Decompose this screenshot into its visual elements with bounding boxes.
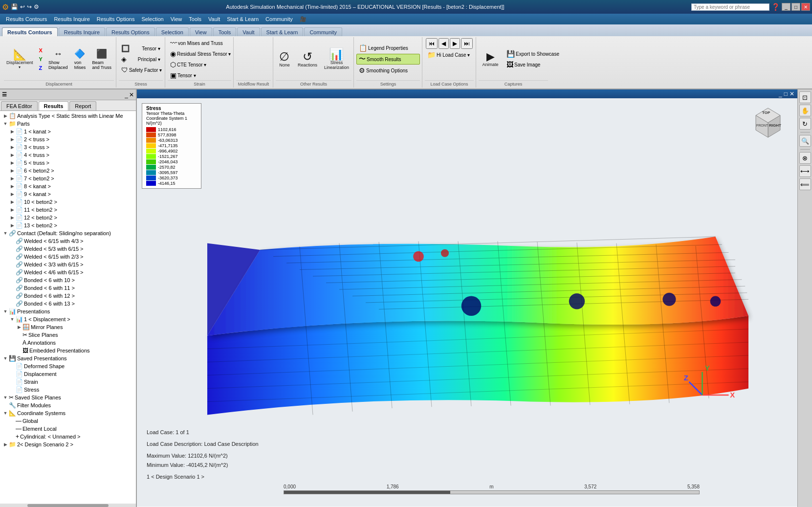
panel-collapse-button[interactable]: _ [125, 91, 128, 98]
von-mises-strain-button[interactable]: 〰 von Mises and Truss [168, 38, 231, 48]
last-loadcase-button[interactable]: ⏭ [461, 38, 473, 49]
menu-results-contours[interactable]: Results Contours [3, 15, 50, 23]
tree-item[interactable]: 📄Strain [1, 378, 135, 386]
tree-item[interactable]: ▶📄2 < truss > [1, 135, 135, 143]
reactions-button[interactable]: ↺ Reactions [295, 49, 320, 69]
tree-item[interactable]: 📄Displacement [1, 370, 135, 378]
rotate-button[interactable]: ↻ [799, 118, 811, 130]
tree-item[interactable]: 🖼Embedded Presentations [1, 347, 135, 354]
view-cube[interactable]: TOP RIGHT FRONT [748, 103, 788, 142]
smoothing-options-button[interactable]: ⚙ Smoothing Options [356, 66, 420, 75]
show-displaced-button[interactable]: ↔ ShowDisplaced [46, 47, 70, 71]
tree-item[interactable]: ▶📄4 < truss > [1, 151, 135, 159]
smooth-results-button[interactable]: 〜 Smooth Results [356, 54, 420, 65]
menu-results-inquire[interactable]: Results Inquire [51, 15, 92, 23]
tree-item[interactable]: 🔗Welded < 6/15 with 4/3 > [1, 237, 135, 245]
menu-results-options[interactable]: Results Options [94, 15, 138, 23]
tree-item[interactable]: 🔧Filter Modules [1, 401, 135, 409]
safety-factor-button[interactable]: 🛡 Safety Factor ▾ [119, 65, 163, 75]
tree-item[interactable]: ▼📁Parts [1, 120, 135, 128]
tree-item[interactable]: 📄Deformed Shape [1, 362, 135, 370]
beam-truss-button[interactable]: ⬛ Beamand Truss [89, 47, 114, 71]
tree-item[interactable]: +Cylindrical: < Unnamed > [1, 433, 135, 441]
viewport-minimize-button[interactable]: _ [779, 90, 782, 97]
tree-item[interactable]: 🔗Bonded < 6 with 12 > [1, 292, 135, 300]
residual-stress-button[interactable]: ◉ Residual Stress Tensor ▾ [168, 49, 231, 59]
save-image-button[interactable]: 🖼 Save Image [504, 60, 548, 69]
tree-item[interactable]: ▼💾Saved Presentations [1, 354, 135, 362]
tree-item[interactable]: ▼📊1 < Displacement > [1, 315, 135, 323]
tab-results-options[interactable]: Results Options [106, 27, 155, 36]
tree-item[interactable]: ▶📋Analysis Type < Static Stress with Lin… [1, 112, 135, 120]
stress-linearization-button[interactable]: 📊 StressLinearization [322, 47, 351, 71]
viewport-close-button[interactable]: ✕ [790, 90, 794, 97]
tab-results-inquire[interactable]: Results Inquire [59, 27, 105, 36]
tree-item[interactable]: —Element Local [1, 425, 135, 433]
tab-selection[interactable]: Selection [156, 27, 189, 36]
tree-item[interactable]: —Global [1, 417, 135, 425]
none-button[interactable]: ∅ None [276, 49, 293, 69]
tab-view[interactable]: View [190, 27, 212, 36]
menu-selection[interactable]: Selection [138, 15, 166, 23]
tab-community[interactable]: Community [304, 27, 342, 36]
tree-item[interactable]: ▶📄7 < beton2 > [1, 175, 135, 182]
tree-item[interactable]: ▶📄11 < beton2 > [1, 206, 135, 214]
menu-vault[interactable]: Vault [205, 15, 223, 23]
export-showcase-button[interactable]: 💾 Export to Showcase [504, 49, 548, 59]
first-loadcase-button[interactable]: ⏮ [426, 38, 438, 49]
zoom-extent-button[interactable]: ⊡ [799, 91, 811, 103]
tree-item[interactable]: 🔗Bonded < 6 with 11 > [1, 284, 135, 292]
tree-item[interactable]: ▼📊Presentations [1, 308, 135, 315]
viewport-inner[interactable]: Stress Tensor Theta-Theta Coordinate Sys… [137, 98, 797, 507]
maximize-button[interactable]: □ [791, 3, 800, 11]
menu-video[interactable]: 🎥 [297, 15, 309, 23]
pan-button[interactable]: ✋ [799, 105, 811, 116]
menu-start-learn[interactable]: Start & Learn [224, 15, 262, 23]
tree-item[interactable]: ▶📄1 < kanat > [1, 128, 135, 135]
mesh-container[interactable]: X Z Y [161, 118, 768, 448]
tree-item[interactable]: ▶📄3 < truss > [1, 143, 135, 151]
legend-properties-button[interactable]: 📋 Legend Properties [356, 43, 420, 53]
tree-item[interactable]: ▶📄13 < beton2 > [1, 221, 135, 229]
zoom-in-button[interactable]: 🔍 [799, 135, 811, 147]
help-icon[interactable]: ❓ [771, 3, 780, 11]
tree-item[interactable]: 🔗Welded < 4/6 with 6/15 > [1, 268, 135, 276]
tree-item[interactable]: AAnnotations [1, 339, 135, 347]
menu-community[interactable]: Community [263, 15, 296, 23]
tab-report[interactable]: Report [69, 101, 96, 110]
tensor-button[interactable]: 🔲 Tensor ▾ [119, 44, 163, 53]
z-axis-button[interactable]: Z [37, 64, 45, 72]
tree-item[interactable]: ▶🪟Mirror Planes [1, 323, 135, 331]
tree-item[interactable]: ▶📄10 < beton2 > [1, 198, 135, 206]
tree-item[interactable]: ▼📐Coordinate Systems [1, 409, 135, 417]
cancel-button[interactable]: ⊗ [799, 152, 811, 164]
move-h-button[interactable]: ⟷ [799, 165, 811, 177]
animate-button[interactable]: ▶ Animate [479, 50, 502, 68]
menu-view[interactable]: View [168, 15, 185, 23]
von-mises-button[interactable]: 🔷 vonMises [71, 47, 88, 71]
tree-item[interactable]: ▶📄9 < kanat > [1, 190, 135, 198]
tree-item[interactable]: ▶📁2< Design Scenario 2 > [1, 441, 135, 448]
tree-item[interactable]: ▶📄6 < beton2 > [1, 167, 135, 175]
tree-item[interactable]: ▼🔗Contact (Default: Sliding/no separatio… [1, 229, 135, 237]
tensor-strain-button[interactable]: ▣ Tensor ▾ [168, 70, 231, 80]
tree-item[interactable]: ▶📄12 < beton2 > [1, 214, 135, 221]
tree-item[interactable]: 🔗Welded < 6/15 with 2/3 > [1, 253, 135, 261]
tree-item[interactable]: 🔗Bonded < 6 with 10 > [1, 276, 135, 284]
panel-close-button[interactable]: ✕ [129, 91, 134, 98]
panel-scrollbar-thumb[interactable] [27, 504, 109, 507]
principal-button[interactable]: ◈ Principal ▾ [119, 54, 163, 64]
tab-results-contours[interactable]: Results Contours [2, 27, 58, 36]
title-search-input[interactable] [691, 3, 769, 11]
tree-item[interactable]: ✂Slice Planes [1, 331, 135, 339]
tree-item[interactable]: ▶📄8 < kanat > [1, 182, 135, 190]
menu-tools[interactable]: Tools [186, 15, 204, 23]
tree-item[interactable]: ▼✂Saved Slice Planes [1, 394, 135, 401]
load-case-dropdown-button[interactable]: 📁 Hi Load Case ▾ [425, 50, 474, 60]
prev-loadcase-button[interactable]: ◀ [439, 38, 449, 49]
tree-item[interactable]: ▶📄5 < truss > [1, 159, 135, 167]
displacement-button[interactable]: 📐 Displacement ▾ [4, 48, 36, 71]
cte-tensor-button[interactable]: ⬡ CTE Tensor ▾ [168, 60, 231, 69]
viewport-maximize-button[interactable]: □ [784, 90, 788, 97]
tab-start-learn[interactable]: Start & Learn [261, 27, 304, 36]
